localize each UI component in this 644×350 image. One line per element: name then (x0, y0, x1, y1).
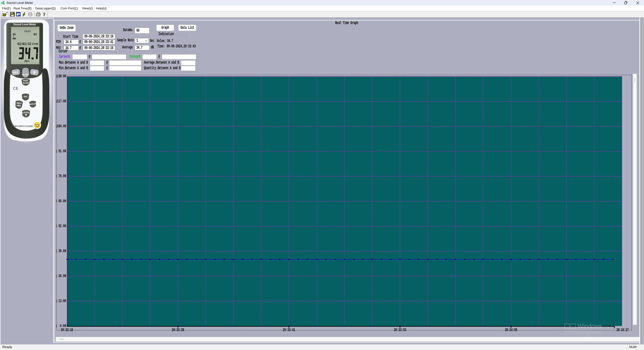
svg-text:FAST: FAST (24, 30, 31, 33)
svg-text:dBA: dBA (24, 60, 30, 62)
svg-text:FAST: FAST (23, 80, 28, 82)
svg-text:?: ? (43, 12, 46, 17)
svg-text:30: 30 (12, 32, 16, 36)
svg-text:LEVEL: LEVEL (22, 111, 30, 114)
svg-text:SLOW: SLOW (23, 82, 29, 84)
svg-text:A/C: A/C (24, 95, 28, 98)
svg-text:CE: CE (13, 86, 18, 91)
svg-text:SETUP: SETUP (22, 74, 29, 76)
svg-text:MIN: MIN (16, 104, 21, 107)
svg-text:80: 80 (34, 32, 37, 36)
svg-text:TIME: TIME (32, 42, 38, 45)
svg-text:Sound Level Meter: Sound Level Meter (13, 23, 36, 26)
svg-text:02:02:55: 02:02:55 (18, 41, 31, 46)
svg-text:IEC 61672-1 CLASS2: IEC 61672-1 CLASS2 (15, 125, 33, 127)
